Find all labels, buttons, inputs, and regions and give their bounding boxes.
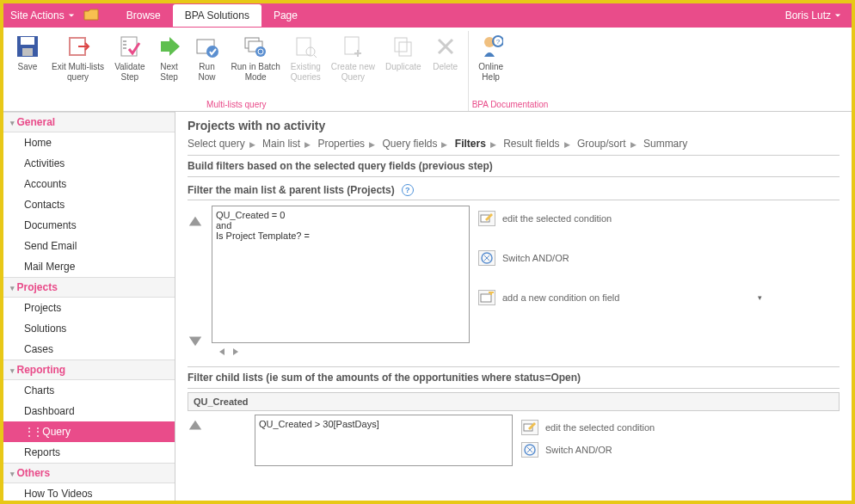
duplicate-button[interactable]: Duplicate — [380, 31, 427, 98]
breadcrumb-step-active[interactable]: Filters — [455, 138, 486, 150]
sidebar-item-cases[interactable]: Cases — [3, 339, 175, 360]
edit-icon — [478, 211, 495, 226]
svg-text:?: ? — [495, 38, 500, 46]
sidebar-section-reporting[interactable]: Reporting — [3, 360, 175, 380]
sidebar-section-others[interactable]: Others — [3, 463, 175, 483]
next-icon — [156, 33, 183, 60]
move-up-button[interactable] — [188, 418, 203, 436]
batch-icon — [242, 33, 269, 60]
filter-child-heading: Filter child lists (ie sum of the amount… — [188, 366, 840, 389]
chevron-right-icon: ▶ — [369, 140, 375, 149]
sidebar-item-mail-merge[interactable]: Mail Merge — [3, 256, 175, 277]
chevron-right-icon: ▶ — [564, 140, 570, 149]
sidebar-item-dashboard[interactable]: Dashboard — [3, 401, 175, 421]
sidebar-item-solutions[interactable]: Solutions — [3, 318, 175, 339]
ribbon-group-label: BPA Documentation — [472, 98, 549, 111]
create-query-icon — [339, 33, 366, 60]
user-name: Boris Lutz — [785, 9, 831, 22]
add-icon — [478, 290, 495, 305]
switch-and-or-button[interactable]: Switch AND/OR — [521, 442, 655, 458]
sidebar-item-send-email[interactable]: Send Email — [3, 236, 175, 256]
page-title: Projects with no activity — [188, 119, 840, 132]
switch-and-or-button[interactable]: Switch AND/OR — [478, 250, 762, 266]
online-help-button[interactable]: ? Online Help — [472, 31, 510, 98]
next-step-button[interactable]: Next Step — [151, 31, 188, 98]
sidebar-item-charts[interactable]: Charts — [3, 380, 175, 401]
sidebar-item-contacts[interactable]: Contacts — [3, 194, 175, 215]
breadcrumb-step[interactable]: Summary — [643, 138, 687, 150]
filter-main-heading: Filter the main list & parent lists (Pro… — [188, 184, 395, 196]
svg-point-6 — [206, 46, 218, 58]
main-filter-textarea[interactable] — [212, 206, 470, 343]
validate-step-button[interactable]: Validate Step — [109, 31, 150, 98]
delete-button[interactable]: Delete — [427, 31, 464, 98]
move-up-button[interactable] — [188, 214, 203, 232]
sidebar-item-home[interactable]: Home — [3, 132, 175, 153]
svg-rect-14 — [395, 38, 407, 52]
build-filters-heading: Build filters based on the selected quer… — [188, 155, 840, 177]
sidebar-item-how-to-videos[interactable]: How To Videos — [3, 483, 175, 501]
switch-icon — [478, 250, 495, 266]
edit-condition-button[interactable]: edit the selected condition — [478, 211, 762, 226]
chevron-right-icon: ▶ — [630, 140, 637, 149]
breadcrumb-step[interactable]: Select query — [188, 138, 245, 150]
validate-icon — [116, 33, 144, 60]
tab-browse[interactable]: Browse — [114, 4, 173, 27]
sidebar-section-projects[interactable]: Projects — [3, 277, 175, 298]
sidebar-item-activities[interactable]: Activities — [3, 153, 175, 174]
sidebar-item-query[interactable]: Query — [3, 421, 175, 442]
save-icon — [14, 33, 41, 60]
save-button[interactable]: Save — [9, 31, 46, 98]
sidebar: General Home Activities Accounts Contact… — [3, 112, 175, 501]
indent-button[interactable] — [231, 347, 241, 360]
edit-condition-button[interactable]: edit the selected condition — [521, 420, 655, 435]
child-field-label: QU_Created — [188, 392, 840, 411]
breadcrumb-step[interactable]: Result fields — [503, 138, 559, 150]
run-now-button[interactable]: Run Now — [188, 31, 226, 98]
edit-icon — [521, 420, 538, 435]
add-condition-dropdown[interactable]: add a new condition on field — [478, 290, 762, 305]
svg-rect-13 — [345, 37, 359, 54]
outdent-button[interactable] — [217, 347, 227, 360]
site-actions-menu[interactable]: Site Actions — [10, 9, 75, 22]
site-actions-label: Site Actions — [10, 9, 65, 22]
tab-bpa-solutions[interactable]: BPA Solutions — [173, 4, 261, 27]
switch-icon — [521, 442, 538, 458]
exit-button[interactable]: Exit Multi-lists query — [46, 31, 109, 98]
breadcrumb-step[interactable]: Properties — [317, 138, 365, 150]
breadcrumb-step[interactable]: Main list — [262, 138, 300, 150]
breadcrumb: Select query▶ Main list▶ Properties▶ Que… — [188, 138, 840, 150]
chevron-right-icon: ▶ — [304, 140, 311, 149]
tab-page[interactable]: Page — [261, 4, 310, 27]
sidebar-item-accounts[interactable]: Accounts — [3, 174, 175, 194]
chevron-right-icon: ▶ — [249, 140, 255, 149]
navigate-up-icon[interactable] — [83, 9, 99, 23]
run-icon — [194, 33, 221, 60]
delete-icon — [432, 33, 459, 60]
move-down-button[interactable] — [188, 333, 203, 351]
svg-rect-21 — [481, 294, 491, 302]
run-batch-button[interactable]: Run in Batch Mode — [226, 31, 286, 98]
sidebar-section-general[interactable]: General — [3, 112, 175, 132]
sidebar-item-reports[interactable]: Reports — [3, 442, 175, 463]
svg-rect-11 — [297, 38, 311, 55]
chevron-right-icon: ▶ — [441, 140, 447, 149]
breadcrumb-step[interactable]: Group/sort — [577, 138, 626, 150]
svg-rect-15 — [399, 42, 411, 56]
chevron-right-icon: ▶ — [490, 140, 496, 149]
help-icon: ? — [477, 33, 505, 60]
user-menu[interactable]: Boris Lutz — [785, 9, 841, 22]
help-icon[interactable]: ? — [402, 184, 414, 196]
create-query-button[interactable]: Create new Query — [326, 31, 380, 98]
svg-point-9 — [255, 46, 266, 57]
child-filter-textarea[interactable] — [255, 415, 513, 466]
sidebar-item-documents[interactable]: Documents — [3, 215, 175, 236]
ribbon-group-label: Multi-lists query — [9, 98, 464, 111]
chevron-down-icon — [834, 12, 841, 19]
sidebar-item-projects[interactable]: Projects — [3, 298, 175, 318]
duplicate-icon — [390, 33, 417, 60]
svg-rect-4 — [121, 37, 137, 56]
chevron-down-icon — [68, 12, 75, 19]
existing-queries-button[interactable]: Existing Queries — [286, 31, 326, 98]
breadcrumb-step[interactable]: Query fields — [382, 138, 437, 150]
